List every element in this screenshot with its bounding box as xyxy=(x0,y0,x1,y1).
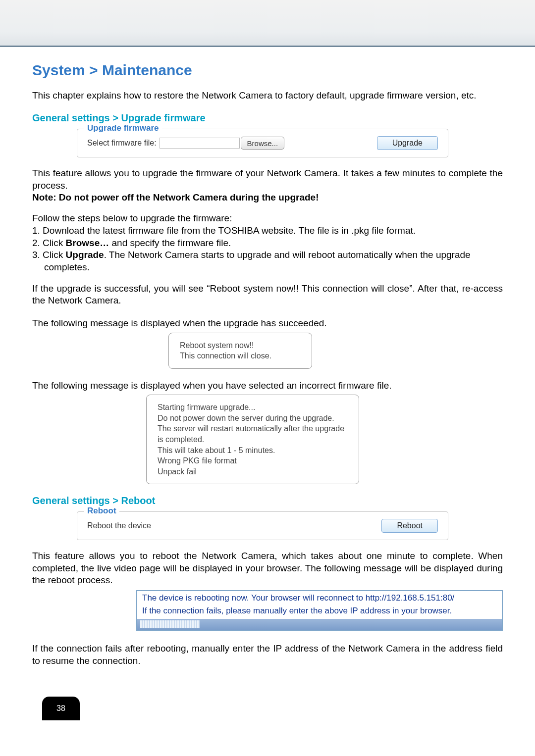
reboot-legend: Reboot xyxy=(84,506,119,516)
reboot-button[interactable]: Reboot xyxy=(381,519,438,533)
reboot-row: Reboot the device Reboot xyxy=(87,519,438,533)
wrong-l5: Wrong PKG file format xyxy=(158,455,348,466)
wrong-l4: This will take about 1 - 5 minutes. xyxy=(158,445,348,456)
reboot-desc: This feature allows you to reboot the Ne… xyxy=(32,550,503,586)
browse-button[interactable]: Browse... xyxy=(241,137,285,150)
upgrade-after: If the upgrade is successful, you will s… xyxy=(32,283,503,307)
select-file-label: Select firmware file: xyxy=(87,139,157,148)
upgrade-legend: Upgrade firmware xyxy=(84,123,162,133)
intro-paragraph: This chapter explains how to restore the… xyxy=(32,90,503,101)
header-bar xyxy=(0,0,535,47)
succeeded-intro: The following message is displayed when … xyxy=(32,317,503,329)
step-3: 3. Click Upgrade. The Network Camera sta… xyxy=(32,249,503,261)
upgrade-row: Select firmware file: Browse... Upgrade xyxy=(87,136,438,150)
section-head-reboot: General settings > Reboot xyxy=(32,495,503,506)
step-3-a: 3. Click xyxy=(32,250,66,260)
reboot-bluebox: The device is rebooting now. Your browse… xyxy=(136,590,503,631)
reboot-progress-bar xyxy=(137,619,502,630)
step-3-cont: completes. xyxy=(32,261,503,274)
upgrade-desc: This feature allows you to upgrade the f… xyxy=(32,167,503,192)
blue-l1: The device is rebooting now. Your browse… xyxy=(137,591,502,604)
upgrade-note: Note: Do not power off the Network Camer… xyxy=(32,192,503,203)
upgrade-button[interactable]: Upgrade xyxy=(377,136,438,150)
wrong-l1: Starting firmware upgrade... xyxy=(158,402,348,413)
step-1: 1. Download the latest firmware file fro… xyxy=(32,225,503,237)
page-content: System > Maintenance This chapter explai… xyxy=(0,47,535,740)
reboot-label: Reboot the device xyxy=(87,521,151,530)
step-3-b: Upgrade xyxy=(66,250,104,260)
section-head-upgrade: General settings > Upgrade firmware xyxy=(32,112,503,124)
wrong-l2: Do not power down the server during the … xyxy=(158,413,348,424)
upgrade-steps: Follow the steps below to upgrade the fi… xyxy=(32,212,503,273)
firmware-file-input[interactable] xyxy=(160,138,240,149)
wrong-l6: Unpack fail xyxy=(158,466,348,477)
wrong-msgbox: Starting firmware upgrade... Do not powe… xyxy=(146,395,359,484)
step-2-a: 2. Click xyxy=(32,238,66,248)
page-number: 38 xyxy=(42,697,80,720)
step-2-c: and specify the firmware file. xyxy=(109,238,231,248)
blue-l2: If the connection fails, please manually… xyxy=(137,604,502,617)
step-2: 2. Click Browse… and specify the firmwar… xyxy=(32,237,503,250)
upgrade-fieldset: Upgrade firmware Select firmware file: B… xyxy=(77,129,448,157)
step-3-c: . The Network Camera starts to upgrade a… xyxy=(104,250,471,260)
step-2-b: Browse… xyxy=(66,238,109,248)
succeeded-l1: Reboot system now!! xyxy=(180,340,301,351)
succeeded-msgbox: Reboot system now!! This connection will… xyxy=(168,333,312,369)
reboot-fieldset: Reboot Reboot the device Reboot xyxy=(77,511,448,540)
page-title: System > Maintenance xyxy=(32,62,503,79)
wrong-l3: The server will restart automatically af… xyxy=(158,423,348,445)
wrong-intro: The following message is displayed when … xyxy=(32,380,503,392)
steps-intro: Follow the steps below to upgrade the fi… xyxy=(32,212,503,225)
reboot-after: If the connection fails after rebooting,… xyxy=(32,643,503,667)
page-footer: 38 xyxy=(32,697,503,720)
succeeded-l2: This connection will close. xyxy=(180,351,301,361)
